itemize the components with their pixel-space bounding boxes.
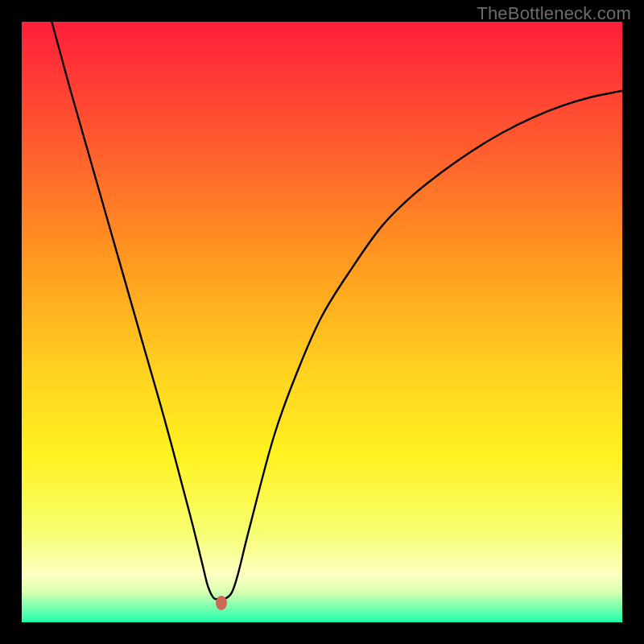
curve-svg — [22, 22, 622, 622]
chart-frame: TheBottleneck.com — [0, 0, 644, 644]
curve-path — [52, 22, 622, 599]
min-marker — [216, 596, 227, 610]
watermark-text: TheBottleneck.com — [477, 3, 631, 24]
